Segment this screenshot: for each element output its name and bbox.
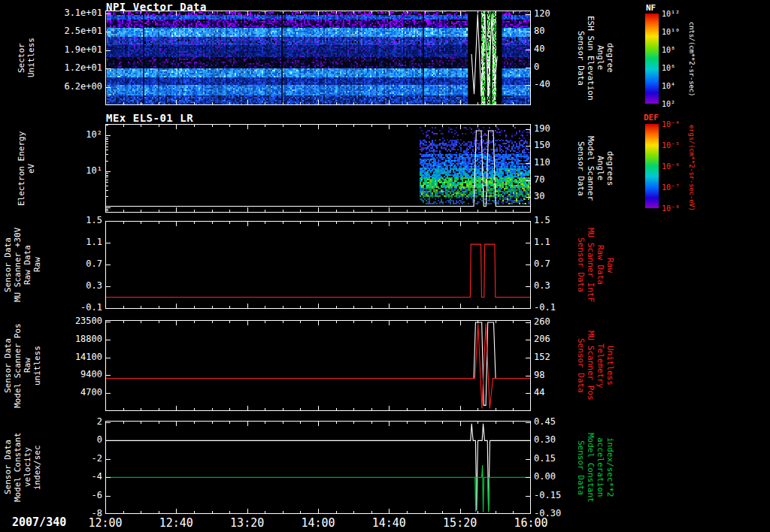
axis-tick-label: 1.5 xyxy=(534,216,573,225)
axis-tick-label: 0.3 xyxy=(56,281,102,291)
axis-tick-label: 18800 xyxy=(56,334,102,344)
multi-panel-plot: NPI Vector Data MEx ELS-01 LR Sector Uni… xyxy=(0,0,770,532)
axis-tick-label: 6.2e+00 xyxy=(56,82,102,92)
axis-tick-label: -0.1 xyxy=(56,303,102,313)
axis-tick-label: 30 xyxy=(534,192,573,201)
axis-tick-label: 0.7 xyxy=(56,259,102,269)
time-tick-label: 12:00 xyxy=(83,516,128,530)
panel5-right-axis-label: Sensor Data Model Constant acceleration … xyxy=(576,421,621,514)
axis-tick-label: 1.9e+01 xyxy=(56,45,102,55)
axis-tick-label: 190 xyxy=(534,124,573,134)
axis-tick-label: 206 xyxy=(534,334,573,344)
time-tick-label: 13:20 xyxy=(225,516,270,530)
panel4-right-axis-label: Sensor Data MU Scanner Pos Telemetry Uni… xyxy=(576,320,621,411)
colorbar-tick-label: 10⁻⁵ xyxy=(662,141,686,150)
panel3-right-axis-label: Sensor Data MU Scanner IntF Raw Data Raw xyxy=(576,221,621,309)
axis-tick-label: 4700 xyxy=(56,388,102,397)
colorbar-tick-label: 10⁴ xyxy=(662,82,686,90)
time-tick-label: 16:00 xyxy=(508,516,553,530)
colorbar-tick-label: 10⁻⁸ xyxy=(662,204,686,213)
panel4-left-axis-label: Sensor Data Model Scanner Pos Raw unitle… xyxy=(3,320,45,411)
nf-colorbar-label: NF xyxy=(646,3,656,13)
panel1-left-axis-label: Sector Unitless xyxy=(17,11,50,105)
axis-tick-label: 1.1 xyxy=(56,237,102,247)
time-tick-label: 12:40 xyxy=(153,516,199,530)
axis-tick-label: -0.1 xyxy=(534,303,573,313)
axis-tick-label: 80 xyxy=(534,26,573,36)
colorbar-tick-label: 10² xyxy=(662,100,686,108)
axis-tick-label: 2.5e+01 xyxy=(56,26,102,36)
axis-tick-label: 1.5 xyxy=(56,216,102,225)
colorbar-tick-label: 10⁸ xyxy=(662,46,686,54)
def-colorbar-label: DEF xyxy=(644,113,659,122)
axis-tick-label: 9400 xyxy=(56,370,102,379)
axis-tick-label: 0.30 xyxy=(534,435,573,445)
panel2-left-axis-label: Electron Energy eV xyxy=(17,124,50,213)
axis-tick-label: 260 xyxy=(534,317,573,327)
nf-colorbar-unit: cnts/(cm**2-sr-sec) xyxy=(687,14,696,105)
model-constant-plot-canvas xyxy=(105,421,531,514)
axis-tick-label: 152 xyxy=(534,352,573,362)
colorbar-tick-label: 10¹² xyxy=(662,10,686,18)
axis-tick-label: 10² xyxy=(56,130,102,140)
panel3-left-axis-label: Sensor Data MU Scanner +30V Raw Data Raw xyxy=(3,221,45,309)
axis-tick-label: 40 xyxy=(534,44,573,54)
axis-tick-label: -2 xyxy=(56,454,102,464)
axis-tick-label: -4 xyxy=(56,472,102,482)
axis-tick-label: 10¹ xyxy=(56,166,102,176)
axis-tick-label: 1.2e+01 xyxy=(56,63,102,73)
panel2-right-axis-label: Sensor Data Model Scanner Angle degrees xyxy=(576,124,621,213)
axis-tick-label: 98 xyxy=(534,370,573,380)
panel5-left-axis-label: Sensor Data Model Constant velocity inde… xyxy=(3,421,45,514)
colorbar-tick-label: 10⁻⁴ xyxy=(662,120,686,128)
axis-tick-label: 120 xyxy=(534,9,573,19)
axis-tick-label: 0 xyxy=(534,62,573,72)
axis-tick-label: 0.00 xyxy=(534,472,573,482)
axis-tick-label: 1.1 xyxy=(534,237,573,247)
axis-tick-label: 0 xyxy=(56,435,102,445)
def-colorbar-unit: ergs/(cm**2-sr-sec-eV) xyxy=(687,121,696,214)
axis-tick-label: 44 xyxy=(534,388,573,397)
colorbar-tick-label: 10⁶ xyxy=(662,64,686,72)
panel1-right-axis-label: Sensor Data ESH Sun Elevation Angle degr… xyxy=(576,11,621,105)
time-tick-label: 15:20 xyxy=(438,516,483,530)
axis-tick-label: 0.7 xyxy=(534,259,573,269)
axis-tick-label: 3.1e+01 xyxy=(56,8,102,18)
npi-spectrogram-canvas xyxy=(105,11,531,105)
nf-colorbar xyxy=(645,14,659,104)
axis-tick-label: 2 xyxy=(56,417,102,427)
mu-scanner-intf-plot-canvas xyxy=(105,221,531,309)
axis-tick-label: 23500 xyxy=(56,316,102,326)
axis-tick-label: 14100 xyxy=(56,352,102,362)
axis-tick-label: 0.3 xyxy=(534,281,573,291)
axis-tick-label: 0.45 xyxy=(534,417,573,427)
axis-tick-label: 70 xyxy=(534,175,573,185)
colorbar-tick-label: 10⁻⁶ xyxy=(662,162,686,171)
scanner-pos-plot-canvas xyxy=(105,320,531,411)
axis-tick-label: 0.15 xyxy=(534,454,573,464)
axis-tick-label: -40 xyxy=(534,80,573,89)
axis-tick-label: -0.15 xyxy=(534,491,573,500)
time-tick-label: 14:00 xyxy=(296,516,341,530)
axis-tick-label: -6 xyxy=(56,491,102,500)
axis-tick-label: 110 xyxy=(534,158,573,168)
axis-tick-label: 150 xyxy=(534,141,573,150)
def-colorbar xyxy=(645,124,659,208)
colorbar-tick-label: 10¹⁰ xyxy=(662,28,686,36)
els-spectrogram-canvas xyxy=(105,124,531,213)
colorbar-tick-label: 10⁻⁷ xyxy=(662,183,686,192)
time-tick-label: 14:40 xyxy=(366,516,411,530)
panel-els-title: MEx ELS-01 LR xyxy=(106,112,193,124)
